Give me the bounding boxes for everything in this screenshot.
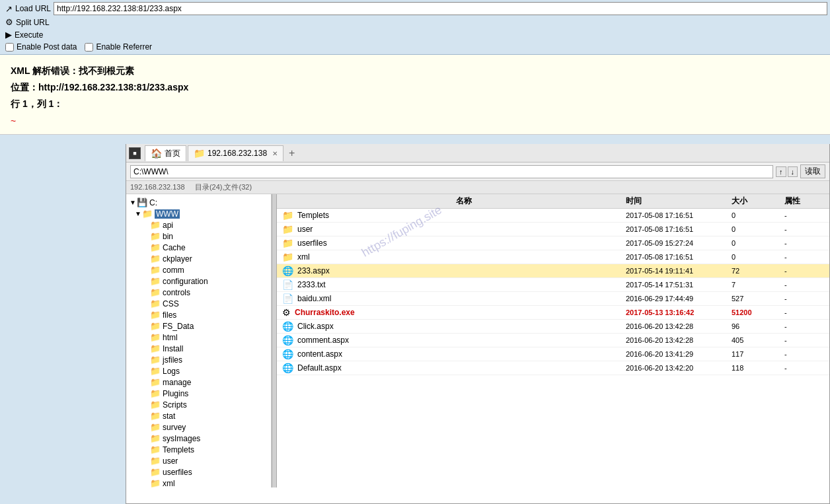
tree-item-stat[interactable]: 📁stat (126, 410, 271, 421)
tree-label-sysimages: sysImages (163, 434, 200, 443)
tree-label-ckplayer: ckplayer (163, 254, 192, 264)
file-attr-userfiles: - (784, 239, 824, 247)
file-time-defaultaspx: 2016-06-20 13:42:20 (626, 364, 732, 372)
load-url-label: Load URL (15, 4, 51, 13)
load-url-icon: ↗ (5, 4, 13, 14)
tree-item-css[interactable]: 📁CSS (126, 298, 271, 309)
add-tab-button[interactable]: + (285, 147, 299, 159)
tree-item-plugins[interactable]: 📁Plugins (126, 388, 271, 399)
ftp-tab-home[interactable]: 🏠 首页 (145, 145, 186, 161)
tree-item-user[interactable]: 📁user (126, 455, 271, 466)
execute-button[interactable]: ▶ Execute (3, 29, 46, 40)
file-icon-commentaspx: 🌐 (282, 335, 293, 345)
file-row-2333txt[interactable]: 📄 2333.txt 2017-05-14 17:51:31 7 - (277, 278, 829, 292)
tree-item-survey[interactable]: 📁survey (126, 421, 271, 433)
url-input[interactable] (54, 2, 827, 15)
enable-post-label[interactable]: Enable Post data (5, 42, 77, 52)
file-row-templets[interactable]: 📁 Templets 2017-05-08 17:16:51 0 - (277, 209, 829, 223)
enable-referrer-checkbox[interactable] (85, 43, 93, 52)
file-row-233aspx[interactable]: 🌐 233.aspx 2017-05-14 19:11:41 72 - (277, 264, 829, 278)
ftp-server-ip: 192.168.232.138 (130, 183, 185, 191)
tree-item-configuration[interactable]: 📁configuration (126, 275, 271, 287)
tree-item-scripts[interactable]: 📁Scripts (126, 399, 271, 410)
file-row-xml[interactable]: 📁 xml 2017-05-08 17:16:51 0 - (277, 250, 829, 264)
file-name-defaultaspx: Default.aspx (297, 363, 626, 373)
tree-label-templets: Templets (163, 445, 194, 454)
enable-referrer-label[interactable]: Enable Referrer (85, 42, 152, 52)
tree-item-sysimages[interactable]: 📁sysImages (126, 433, 271, 444)
file-name-churraskitoexe: Churraskito.exe (295, 308, 626, 317)
tree-icon-templets: 📁 (150, 445, 161, 454)
file-attr-xml: - (784, 253, 824, 261)
file-size-233aspx: 72 (732, 267, 784, 275)
file-size-contentaspx: 117 (732, 350, 784, 358)
tree-label-logs: Logs (163, 367, 180, 376)
xml-error-line2: 位置：http://192.168.232.138:81/233.aspx (11, 79, 819, 96)
tree-item-userfiles[interactable]: 📁userfiles (126, 466, 271, 478)
tree-item-html[interactable]: 📁html (126, 332, 271, 343)
tree-label-user: user (163, 456, 178, 466)
ftp-tab-remote[interactable]: 📁 192.168.232.138 ✕ (188, 145, 283, 161)
file-size-user: 0 (732, 225, 784, 233)
remote-tab-close[interactable]: ✕ (272, 150, 278, 157)
file-row-churraskitoexe[interactable]: ⚙ Churraskito.exe 2017-05-13 13:16:42 51… (277, 306, 829, 320)
file-row-baiduxml[interactable]: 📄 baidu.xml 2016-06-29 17:44:49 527 - (277, 292, 829, 306)
tree-toggle-www[interactable]: ▼ (134, 210, 142, 217)
tree-item-jsfiles[interactable]: 📁jsfiles (126, 354, 271, 365)
tree-icon-jsfiles: 📁 (150, 355, 161, 365)
file-name-baiduxml: baidu.xml (297, 294, 626, 303)
file-time-baiduxml: 2016-06-29 17:44:49 (626, 295, 732, 303)
tree-item-files[interactable]: 📁files (126, 309, 271, 320)
file-attr-233aspx: - (784, 267, 824, 275)
ftp-down-button[interactable]: ↓ (788, 166, 798, 177)
tree-icon-userfiles: 📁 (150, 467, 161, 477)
ftp-address-input[interactable] (130, 165, 773, 178)
tree-item-logs[interactable]: 📁Logs (126, 365, 271, 377)
tree-icon-html: 📁 (150, 332, 161, 342)
split-url-button[interactable]: ⚙ Split URL (3, 17, 52, 28)
header-icon-spacer (282, 196, 452, 207)
tree-label-www: WWW (155, 209, 180, 219)
enable-post-checkbox[interactable] (5, 43, 14, 52)
file-attr-commentaspx: - (784, 336, 824, 344)
tree-item-api[interactable]: 📁api (126, 219, 271, 231)
file-size-commentaspx: 405 (732, 336, 784, 344)
file-size-churraskitoexe: 51200 (732, 308, 784, 316)
tree-toggle-c[interactable]: ▼ (129, 199, 137, 206)
tree-item-install[interactable]: 📁Install (126, 343, 271, 354)
file-time-xml: 2017-05-08 17:16:51 (626, 253, 732, 261)
tree-label-plugins: Plugins (163, 389, 188, 398)
file-attr-user: - (784, 225, 824, 233)
tree-icon-user: 📁 (150, 456, 161, 466)
file-row-contentaspx[interactable]: 🌐 content.aspx 2016-06-20 13:41:29 117 - (277, 347, 829, 361)
tree-item-ckplayer[interactable]: 📁ckplayer (126, 253, 271, 264)
file-row-clickaspx[interactable]: 🌐 Click.aspx 2016-06-20 13:42:28 96 - (277, 320, 829, 334)
tree-label-css: CSS (163, 299, 179, 308)
tree-item-comm[interactable]: 📁comm (126, 264, 271, 275)
file-icon-defaultaspx: 🌐 (282, 363, 293, 373)
file-row-commentaspx[interactable]: 🌐 comment.aspx 2016-06-20 13:42:28 405 - (277, 334, 829, 347)
ftp-read-button[interactable]: 读取 (800, 164, 825, 178)
ftp-filelist: 名称 时间 大小 属性 📁 Templets 2017-05-08 17:16:… (277, 194, 829, 487)
tree-item-xml[interactable]: 📁xml (126, 478, 271, 487)
tree-item-cache[interactable]: 📁Cache (126, 242, 271, 253)
tree-item-bin[interactable]: 📁bin (126, 231, 271, 242)
file-row-defaultaspx[interactable]: 🌐 Default.aspx 2016-06-20 13:42:20 118 - (277, 361, 829, 375)
tree-item-www[interactable]: ▼ 📁 WWW (126, 208, 271, 219)
tree-item-controls[interactable]: 📁controls (126, 287, 271, 298)
file-row-user[interactable]: 📁 user 2017-05-08 17:16:51 0 - (277, 223, 829, 236)
file-row-userfiles[interactable]: 📁 userfiles 2017-05-09 15:27:24 0 - (277, 236, 829, 250)
file-time-contentaspx: 2016-06-20 13:41:29 (626, 350, 732, 358)
tree-item-c[interactable]: ▼ 💾 C: (126, 197, 271, 208)
ftp-up-button[interactable]: ↑ (776, 166, 786, 177)
tree-item-fsdata[interactable]: 📁FS_Data (126, 320, 271, 332)
toolbar-row-3: ▶ Execute (0, 28, 830, 41)
load-url-button[interactable]: ↗ Load URL (3, 3, 54, 15)
tree-item-templets[interactable]: 📁Templets (126, 444, 271, 455)
ftp-pane-divider[interactable] (272, 194, 277, 487)
tree-label-scripts: Scripts (163, 400, 187, 410)
tree-item-manage[interactable]: 📁manage (126, 377, 271, 388)
tree-icon-css: 📁 (150, 299, 161, 308)
tree-icon-files: 📁 (150, 310, 161, 320)
ftp-logo: ■ (129, 147, 141, 159)
